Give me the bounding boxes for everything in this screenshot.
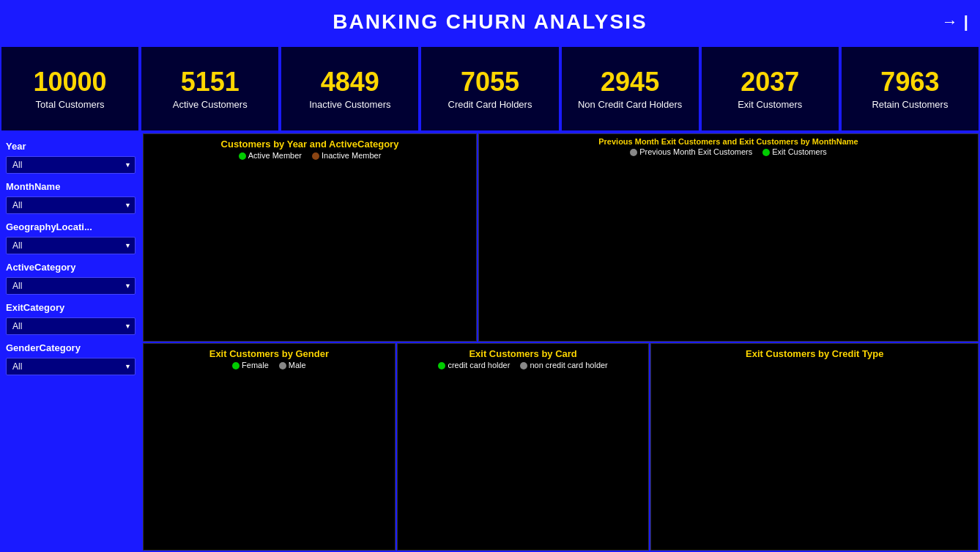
kpi-label-6: Retain Customers <box>872 99 948 110</box>
svg-rect-64 <box>702 466 856 492</box>
donut-gender-title: Exit Customers by Gender <box>144 337 395 354</box>
svg-text:1722: 1722 <box>404 185 417 193</box>
svg-text:991: 991 <box>190 229 201 237</box>
svg-text:Sep: Sep <box>713 297 725 304</box>
donut-gender-svg: 898 (44%)1139 (56%) <box>144 366 395 552</box>
svg-text:1094: 1094 <box>260 223 274 230</box>
svg-rect-61 <box>702 419 880 445</box>
filter-select-year[interactable]: All2016201720182019 <box>6 156 136 174</box>
kpi-row: 10000 Total Customers 5151 Active Custom… <box>0 44 980 132</box>
svg-text:Jul: Jul <box>593 297 601 304</box>
svg-text:Aug: Aug <box>632 297 644 304</box>
filter-label-year: Year <box>6 139 136 153</box>
kpi-card-4: 2945 Non Credit Card Holders <box>560 45 700 132</box>
kpi-number-2: 4849 <box>321 67 379 97</box>
legend-exit: Exit Customers <box>762 147 827 156</box>
charts-bottom: Exit Customers by Gender Female Male 898… <box>143 336 979 552</box>
legend-cc: credit card holder <box>438 354 510 363</box>
svg-text:Jun: Jun <box>754 297 765 304</box>
svg-text:PreviousMonth Exit Cus...: PreviousMonth Exit Cus... <box>491 204 499 276</box>
svg-text:898 (44%): 898 (44%) <box>342 446 376 454</box>
kpi-label-2: Inactive Customers <box>309 99 390 110</box>
kpi-number-5: 2037 <box>740 67 799 97</box>
svg-text:1249: 1249 <box>360 214 374 221</box>
filter-group-geography: GeographyLocati...All <box>6 220 136 254</box>
svg-text:Dec: Dec <box>552 297 563 304</box>
arrow-icon[interactable]: → <box>942 12 958 32</box>
svg-text:Total Customers: Total Customers <box>152 218 160 270</box>
bar-chart-legend: Active Member Inactive Member <box>144 151 476 163</box>
svg-text:2K: 2K <box>166 174 174 181</box>
svg-rect-24 <box>426 202 451 297</box>
legend-male: Male <box>279 354 306 363</box>
filter-group-activecategory: ActiveCategoryAll <box>6 260 136 295</box>
svg-rect-58 <box>702 372 936 398</box>
svg-text:0: 0 <box>511 290 515 298</box>
line-chart-legend: Previous Month Exit Customers Exit Custo… <box>479 147 978 159</box>
svg-text:Good: Good <box>682 475 699 483</box>
donut-card-legend: credit card holder non credit card holde… <box>398 354 649 366</box>
kpi-label-4: Non Credit Card Holders <box>578 99 682 110</box>
filter-label-gendercategory: GenderCategory <box>6 341 136 355</box>
svg-text:100: 100 <box>504 247 515 254</box>
svg-rect-14 <box>282 234 307 297</box>
svg-text:452: 452 <box>860 475 872 483</box>
line-chart-panel: Previous Month Exit Customers and Exit C… <box>478 133 979 335</box>
svg-text:2018: 2018 <box>345 300 360 308</box>
kpi-label-3: Credit Card Holders <box>448 99 532 110</box>
filter-select-activecategory[interactable]: All <box>6 277 136 295</box>
filter-select-monthname[interactable]: All <box>6 196 136 214</box>
svg-text:613 (30%): 613 (30%) <box>589 416 623 424</box>
legend-female: Female <box>232 354 269 363</box>
svg-text:Poor: Poor <box>684 428 700 436</box>
svg-rect-17 <box>326 216 351 297</box>
filter-group-year: YearAll2016201720182019 <box>6 139 136 174</box>
svg-text:Year: Year <box>311 314 327 323</box>
filter-select-exitcategory[interactable]: All <box>6 317 136 335</box>
filter-group-monthname: MonthNameAll <box>6 180 136 214</box>
bar-chart-title: Customers by Year and ActiveCategory <box>144 134 476 151</box>
svg-text:960: 960 <box>218 231 229 238</box>
svg-text:200: 200 <box>504 205 515 212</box>
svg-text:2019: 2019 <box>417 300 432 308</box>
svg-text:Very Good: Very Good <box>665 522 699 530</box>
kpi-label-0: Total Customers <box>36 99 105 110</box>
kpi-number-0: 10000 <box>34 67 107 97</box>
filter-group-gendercategory: GenderCategoryAll <box>6 341 136 375</box>
svg-text:0K: 0K <box>166 294 174 301</box>
svg-rect-19 <box>354 222 379 297</box>
kpi-card-3: 7055 Credit Card Holders <box>420 45 560 132</box>
main-area: YearAll2016201720182019MonthNameAllGeogr… <box>0 132 980 552</box>
donut-gender-legend: Female Male <box>144 354 395 366</box>
line-chart-svg: PreviousMonth Exit Cus...0100200300OctDe… <box>479 159 978 321</box>
bar-chart-panel: Customers by Year and ActiveCategory Act… <box>143 133 477 335</box>
svg-text:300: 300 <box>504 162 515 169</box>
filter-group-exitcategory: ExitCategoryAll <box>6 301 136 335</box>
kpi-card-5: 2037 Exit Customers <box>700 45 840 132</box>
donut-gender-panel: Exit Customers by Gender Female Male 898… <box>143 336 396 552</box>
svg-rect-22 <box>398 194 423 297</box>
kpi-number-4: 2945 <box>601 67 659 97</box>
svg-text:2016: 2016 <box>201 300 217 308</box>
bar-icon[interactable]: | <box>964 12 968 32</box>
svg-text:Feb: Feb <box>834 297 845 304</box>
line-chart-svg-container: PreviousMonth Exit Cus...0100200300OctDe… <box>479 159 978 321</box>
svg-text:1424 (70%): 1424 (70%) <box>421 537 459 545</box>
filter-select-gendercategory[interactable]: All <box>6 358 136 375</box>
kpi-label-1: Active Customers <box>173 99 248 110</box>
svg-text:685: 685 <box>939 381 951 389</box>
svg-text:Mar: Mar <box>916 297 927 304</box>
kpi-number-6: 7963 <box>880 67 939 97</box>
header: BANKING CHURN ANALYSIS → | <box>0 0 980 44</box>
charts-area: Customers by Year and ActiveCategory Act… <box>141 132 980 552</box>
svg-text:252: 252 <box>792 522 804 530</box>
bar-chart-svg: Total Customers0K1K2K9919602016109410492… <box>144 163 476 325</box>
svg-text:520: 520 <box>883 428 895 436</box>
svg-text:1139 (56%): 1139 (56%) <box>160 480 198 488</box>
donut-card-title: Exit Customers by Card <box>398 337 649 354</box>
svg-rect-9 <box>210 239 235 296</box>
svg-text:1049: 1049 <box>288 226 302 233</box>
line-chart-title: Previous Month Exit Customers and Exit C… <box>479 134 978 147</box>
legend-ncc: non credit card holder <box>520 354 607 363</box>
filter-select-geography[interactable]: All <box>6 237 136 254</box>
